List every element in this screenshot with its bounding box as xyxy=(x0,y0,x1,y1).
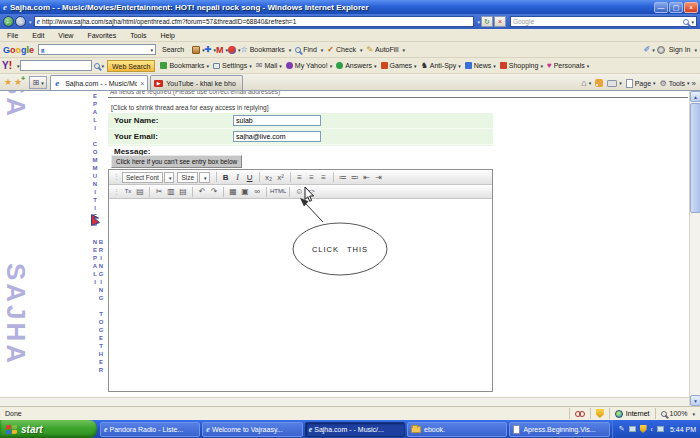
check-dropdown-icon[interactable]: ▾ xyxy=(360,47,363,53)
toolbar-overflow-icon[interactable]: » xyxy=(692,79,696,88)
menu-view[interactable]: View xyxy=(51,31,80,40)
check-button[interactable]: Check xyxy=(336,46,356,53)
google-search-dropdown-icon[interactable]: ▾ xyxy=(151,47,154,53)
find-dropdown-icon[interactable]: ▾ xyxy=(321,47,324,53)
yahoo-search-icon[interactable] xyxy=(94,63,100,69)
paste-button[interactable]: ▤ xyxy=(177,186,189,197)
add-favorite-icon[interactable]: ★✚ xyxy=(14,77,22,87)
bookmarks-star-icon[interactable]: ☆ xyxy=(241,45,248,54)
autofill-button[interactable]: AutoFill xyxy=(375,46,398,53)
spellcheck-icon[interactable]: ✓ xyxy=(327,45,334,54)
google-search-button[interactable]: Search xyxy=(162,46,184,53)
font-dropdown[interactable]: Select Font xyxy=(122,172,163,183)
insert-table-button[interactable]: ▦ xyxy=(227,186,239,197)
quick-tabs-button[interactable]: ⊞▾ xyxy=(29,76,47,89)
add-gadget-icon[interactable]: ✚ xyxy=(205,45,212,54)
cut-button[interactable]: ✂ xyxy=(153,186,165,197)
bookmarks-dropdown-icon[interactable]: ▾ xyxy=(289,47,292,53)
sign-in-dropdown-icon[interactable]: ▾ xyxy=(694,47,697,53)
tray-collapse-icon[interactable]: ‹ xyxy=(651,426,653,433)
align-right-button[interactable]: ≡ xyxy=(318,172,330,183)
menu-edit[interactable]: Edit xyxy=(25,31,51,40)
toolbar-options-icon[interactable]: ✐ xyxy=(643,45,650,54)
yahoo-search-dropdown-icon[interactable]: ▾ xyxy=(102,63,105,69)
close-button[interactable]: × xyxy=(684,2,698,13)
search-box[interactable]: Google ▾ xyxy=(510,16,697,27)
horizontal-scrollbar[interactable] xyxy=(0,397,689,406)
autofill-dropdown-icon[interactable]: ▾ xyxy=(402,47,405,53)
yahoo-mail-button[interactable]: ✉Mail▾ xyxy=(256,61,282,70)
shrink-thread-link[interactable]: [Click to shrink thread area for easy ac… xyxy=(111,104,269,111)
web-search-button[interactable]: Web Search xyxy=(107,60,155,72)
name-input[interactable] xyxy=(233,115,321,126)
font-dropdown-caret-icon[interactable]: ▾ xyxy=(164,172,175,183)
vertical-scrollbar[interactable]: ▲ ▼ xyxy=(689,91,700,406)
history-dropdown-icon[interactable]: ▾ xyxy=(29,19,32,25)
indent-button[interactable]: ⇥ xyxy=(373,172,385,183)
format-painter-button[interactable]: ▤ xyxy=(134,186,146,197)
yahoo-shopping-button[interactable]: Shopping▾ xyxy=(500,62,543,69)
favorites-star-icon[interactable]: ★ xyxy=(4,77,12,87)
html-button[interactable]: HTML xyxy=(270,186,286,197)
my-yahoo-button[interactable]: My Yahoo!▾ xyxy=(286,62,332,69)
url-dropdown-icon[interactable]: ▾ xyxy=(478,19,481,25)
yahoo-settings-button[interactable]: Settings▾ xyxy=(213,62,252,69)
tray-network-icon[interactable] xyxy=(657,426,664,432)
yahoo-answers-button[interactable]: Answers▾ xyxy=(336,62,376,69)
google-search-input[interactable]: g ▾ xyxy=(38,44,156,55)
tray-display-icon[interactable] xyxy=(629,426,636,432)
options-dropdown-icon[interactable]: ▾ xyxy=(652,47,655,53)
google-bookmarks-button[interactable]: Bookmarks xyxy=(250,46,285,53)
task-pandora[interactable]: ePandora Radio - Liste... xyxy=(100,422,200,437)
url-field[interactable]: e http://www.sajha.com/sajha/html/openth… xyxy=(34,16,474,27)
entry-box-button[interactable]: Click here if you can't see entry box be… xyxy=(111,155,242,168)
insert-image-button[interactable]: ▣ xyxy=(239,186,251,197)
size-dropdown-caret-icon[interactable]: ▾ xyxy=(199,172,210,183)
yahoo-games-button[interactable]: Games▾ xyxy=(381,62,417,69)
menu-favorites[interactable]: Favorites xyxy=(80,31,123,40)
page-menu-button[interactable]: Page▾ xyxy=(626,79,656,88)
source-code-button[interactable]: <> xyxy=(305,186,317,197)
start-button[interactable]: start xyxy=(0,420,97,438)
scrollbar-thumb[interactable] xyxy=(690,103,700,213)
restore-button[interactable]: ▢ xyxy=(669,2,683,13)
refresh-button[interactable]: ↻ xyxy=(481,16,493,27)
bullet-list-button[interactable]: ≔ xyxy=(337,172,349,183)
subscript-button[interactable]: x₂ xyxy=(263,172,275,183)
italic-button[interactable]: I xyxy=(232,172,244,183)
news-icon[interactable] xyxy=(228,46,236,54)
yahoo-logo[interactable]: Y! xyxy=(2,60,12,71)
minimize-button[interactable]: — xyxy=(654,2,668,13)
outdent-button[interactable]: ⇤ xyxy=(361,172,373,183)
zoom-control[interactable]: 100%▾ xyxy=(655,408,700,419)
underline-button[interactable]: U xyxy=(244,172,256,183)
tab-sajha[interactable]: e Sajha.com - - Music/Movi... × xyxy=(50,75,148,90)
search-dropdown-icon[interactable]: ▾ xyxy=(691,19,694,25)
undo-button[interactable]: ↶ xyxy=(196,186,208,197)
redo-button[interactable]: ↷ xyxy=(208,186,220,197)
find-icon[interactable] xyxy=(295,47,301,53)
forward-button[interactable]: → xyxy=(15,16,26,27)
home-button[interactable]: ⌂▾ xyxy=(581,78,591,88)
task-ebook-folder[interactable]: ebook. xyxy=(407,422,507,437)
back-button[interactable]: ← xyxy=(3,16,14,27)
task-apress[interactable]: Apress.Beginning.Vis... xyxy=(509,422,609,437)
numbered-list-button[interactable]: ≕ xyxy=(349,172,361,183)
task-sajha[interactable]: eSajha.com - - Music/... xyxy=(305,422,405,437)
personals-button[interactable]: ♥Personals▾ xyxy=(547,61,589,70)
tray-security-icon[interactable] xyxy=(640,425,647,433)
copy-button[interactable]: ▥ xyxy=(165,186,177,197)
print-button[interactable]: ▾ xyxy=(607,80,622,87)
superscript-button[interactable]: x² xyxy=(275,172,287,183)
task-vajra[interactable]: eWelcome to Vajraasy... xyxy=(202,422,302,437)
sign-in-button[interactable]: Sign In xyxy=(669,46,691,53)
insert-link-button[interactable]: ∞ xyxy=(251,186,263,197)
menu-tools[interactable]: Tools xyxy=(123,31,153,40)
smiley-button[interactable]: ☺ xyxy=(293,186,305,197)
align-center-button[interactable]: ≡ xyxy=(306,172,318,183)
yahoo-news-button[interactable]: News▾ xyxy=(465,62,496,69)
security-indicator[interactable] xyxy=(590,408,609,419)
send-to-icon[interactable] xyxy=(192,46,200,54)
tab-youtube[interactable]: ▶ YouTube - khai ke bho xyxy=(150,75,243,90)
feeds-button[interactable] xyxy=(595,79,603,87)
